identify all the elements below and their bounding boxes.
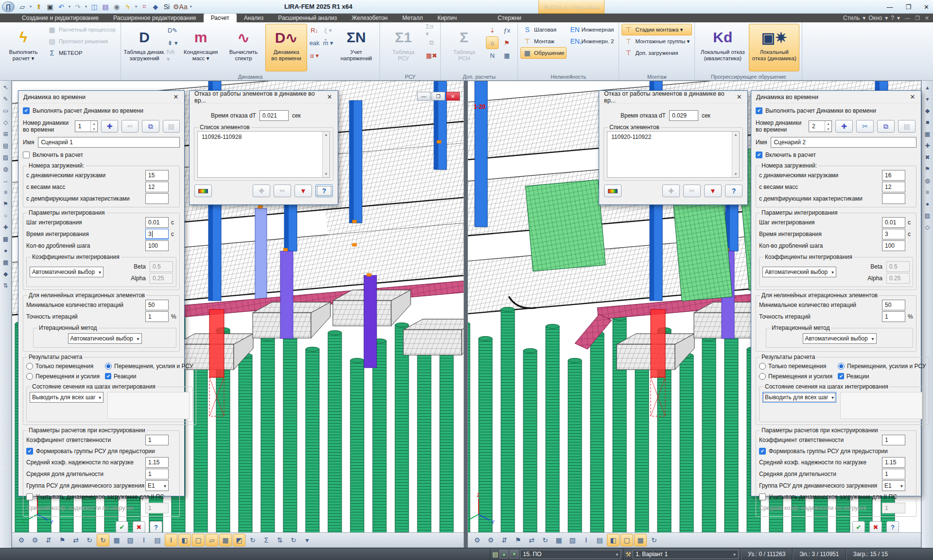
radio-displacements-only[interactable]: Только перемещения xyxy=(26,363,103,370)
tool-icon[interactable]: ▭ xyxy=(1,106,11,116)
solid-icon[interactable]: ◩ xyxy=(233,534,245,546)
ribbon-tab[interactable]: Расчет xyxy=(204,14,237,22)
rsu-table-button[interactable]: Σ1ТаблицаРСУ xyxy=(382,24,424,71)
tool-icon[interactable]: ● xyxy=(1,246,11,255)
element-list[interactable]: 110926-110928 ▲▼ xyxy=(197,131,330,178)
viewport-splitter[interactable] xyxy=(464,81,467,548)
rotate-icon[interactable]: ↻ xyxy=(83,534,96,546)
m-eak-icon[interactable]: m̂ ▾ xyxy=(322,36,334,49)
dynamic-loads-input[interactable]: 16 xyxy=(882,170,905,181)
mass-weights-input[interactable]: 12 xyxy=(882,182,905,192)
montage-groups-button[interactable]: ⊤Монтажные группы ▾ xyxy=(622,35,692,47)
model-cube-icon[interactable]: ◫ xyxy=(89,1,99,12)
grid-table-icon[interactable]: ▦ xyxy=(501,49,513,62)
run-checkbox[interactable]: Выполнять расчет Динамики во времени xyxy=(756,105,916,116)
remove-elements-button[interactable]: ✂ xyxy=(683,185,701,197)
reactions-checkbox[interactable]: Реакции xyxy=(105,373,136,380)
renumber-icon[interactable]: ⇵ xyxy=(42,534,55,546)
cancel-button[interactable]: ✖ xyxy=(869,521,882,533)
concrete-icon[interactable]: ▧ xyxy=(124,534,137,546)
undo-icon[interactable]: ↶ xyxy=(56,1,66,12)
tool-icon[interactable]: ▨ xyxy=(923,211,933,221)
child-close-icon[interactable]: ✕ xyxy=(446,92,460,101)
settings-alt-icon[interactable]: ⚙ xyxy=(29,534,41,546)
tool-icon[interactable]: ↔ xyxy=(1,176,11,186)
step-splits-input[interactable]: 100 xyxy=(882,240,905,251)
settings-alt-icon[interactable]: ⚙ xyxy=(484,534,497,546)
time-history-button[interactable]: D∿Динамикаво времени xyxy=(265,24,307,71)
more-icon[interactable]: ▾ xyxy=(301,534,313,546)
tool-icon[interactable]: ✖ xyxy=(923,153,933,162)
minimize-icon[interactable]: — xyxy=(886,3,893,11)
responsibility-input[interactable]: 1 xyxy=(882,435,905,445)
ribbon-tab[interactable]: Кирпич xyxy=(430,14,464,22)
shell-icon[interactable]: ▱ xyxy=(206,534,218,546)
rsu-group-select[interactable]: Е1▾ xyxy=(882,480,905,491)
tool-icon[interactable]: ⊞ xyxy=(1,129,11,139)
element-list[interactable]: 110920-110922 ▲▼ xyxy=(607,131,740,178)
run-calculation-button[interactable]: ϟВыполнитьрасчет ▾ xyxy=(2,24,44,71)
tool-icon[interactable]: ◆ xyxy=(1,269,11,279)
steel-section-icon[interactable]: Ⅰ xyxy=(580,534,592,546)
tool-icon[interactable]: ▾ xyxy=(923,94,933,104)
mdi-close-icon[interactable]: ✕ xyxy=(925,15,929,21)
style-menu[interactable]: Стиль xyxy=(843,15,860,21)
tool-icon[interactable]: ▦ xyxy=(1,257,11,267)
tool-icon[interactable]: ▤ xyxy=(1,141,11,151)
pile-curve-icon[interactable]: ⇣ xyxy=(486,24,499,36)
tool-icon[interactable]: ≡ xyxy=(923,187,933,197)
foundation-icon[interactable]: ⌂ xyxy=(486,36,499,49)
app-logo-icon[interactable]: ∏ xyxy=(2,1,15,12)
window-menu[interactable]: Окно xyxy=(868,15,882,21)
mass-condensation-button[interactable]: mКонденсациямасс ▾ xyxy=(180,24,222,71)
tool-icon[interactable]: ◍ xyxy=(923,176,933,186)
restore-icon[interactable]: ❐ xyxy=(905,3,911,11)
radio-displacements-forces[interactable]: Перемещения и усилия xyxy=(26,373,103,380)
stress-account-button[interactable]: ΣNУчетнапряжений xyxy=(335,24,377,71)
sigma-stress-icon[interactable]: Σσ ▾ xyxy=(425,24,438,36)
delete-scenario-button[interactable]: ✂ xyxy=(856,120,874,133)
dynamic-loads-table-button[interactable]: DТаблица динам.загружений xyxy=(123,24,165,71)
tool-icon[interactable]: ✚ xyxy=(1,222,11,232)
include-checkbox[interactable]: Включить в расчет xyxy=(756,150,916,160)
ribbon-tab[interactable]: Расширенный анализ xyxy=(271,14,344,22)
include-checkbox[interactable]: Включить в расчет xyxy=(23,150,180,160)
integration-time-input[interactable]: 3 xyxy=(882,229,905,239)
radio-displacements-forces-rsu[interactable]: Перемещения, усилия и РСУ xyxy=(105,363,193,370)
loadcase-select[interactable]: 15. ПО▾ xyxy=(520,550,621,559)
variant-select[interactable]: 1. Варіант 1▾ xyxy=(633,550,739,559)
stepwise-button[interactable]: SШаговая xyxy=(520,24,567,35)
save-icon[interactable]: ▣ xyxy=(45,1,55,12)
list-scrollbar[interactable]: ▲▼ xyxy=(732,132,739,177)
steel-section-icon[interactable]: Ⅰ xyxy=(138,534,150,546)
help-button[interactable]: ? xyxy=(886,521,899,533)
calc-processor-button[interactable]: ▦Расчетный процессор xyxy=(45,24,118,35)
plate-icon[interactable]: ▢ xyxy=(621,534,633,546)
rotate-active-icon[interactable]: ↻ xyxy=(97,534,109,546)
radio-displacements-forces[interactable]: Перемещения и усилия xyxy=(759,373,836,380)
radio-displacements-forces-rsu[interactable]: Перемещения, усилия и РСУ xyxy=(838,363,926,370)
settings-icon[interactable]: ⚙ xyxy=(15,534,28,546)
r-down-icon[interactable]: R↓ xyxy=(308,24,321,36)
montage-stages-button[interactable]: ⊤Стадии монтажа ▾ xyxy=(622,24,692,35)
spin-icon[interactable]: ↻ xyxy=(648,534,660,546)
help-button[interactable]: ? xyxy=(725,185,743,197)
plate-icon[interactable]: ▢ xyxy=(192,534,205,546)
copy-scenario-button[interactable]: ⧉ xyxy=(877,120,895,133)
add-elements-button[interactable]: ✚ xyxy=(662,185,680,197)
pushover-icon[interactable]: ⚑ xyxy=(501,36,513,49)
sum-view-icon[interactable]: Σ xyxy=(260,534,273,546)
montage-nl-button[interactable]: ⊤Монтаж xyxy=(520,35,567,47)
form-rsu-checkbox[interactable]: Формировать группы РСУ для предыстории xyxy=(26,446,176,457)
flags-icon[interactable]: ⚑ xyxy=(56,534,69,546)
settings-icon[interactable]: ⚙ xyxy=(471,534,484,546)
spin-icon[interactable]: ↻ xyxy=(246,534,259,546)
swap-icon[interactable]: ⇄ xyxy=(525,534,538,546)
section-output-select[interactable]: Выводить для всех шаг▾ xyxy=(762,392,836,403)
close-icon[interactable]: ✕ xyxy=(325,93,334,101)
fvk-icon[interactable]: fvk ▾ xyxy=(166,49,179,62)
redo-arrow-icon[interactable]: ▾ xyxy=(84,1,88,12)
flags-icon[interactable]: ⚑ xyxy=(512,534,524,546)
tool-icon[interactable]: ◇ xyxy=(923,222,933,232)
iteration-accuracy-input[interactable]: 1 xyxy=(882,311,905,322)
